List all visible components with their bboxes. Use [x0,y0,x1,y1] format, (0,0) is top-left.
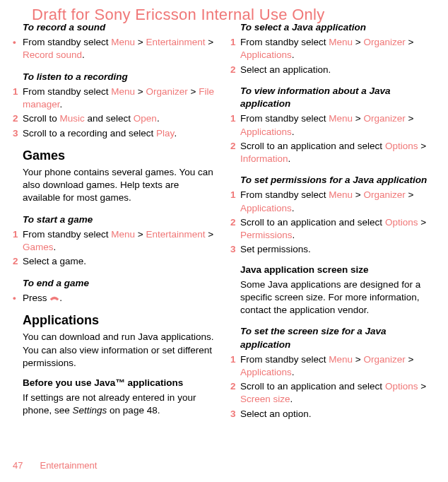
text: > [353,37,363,47]
page-number: 47 [13,460,23,471]
play-link: Play [156,128,174,139]
text: on page 48. [107,405,160,416]
start-step1: 1 From standby select Menu > Entertainme… [13,228,218,254]
options-link: Options [385,217,418,228]
step-text: Scroll to a recording and select Play. [23,127,218,140]
games-link: Games [23,242,54,252]
step-text: From standby select Menu > Organizer > F… [23,86,218,111]
text: Press [23,293,49,303]
step-text: From standby select Menu > Organizer > A… [240,353,435,379]
step-number: 1 [230,353,240,379]
organizer-link: Organizer [363,354,405,365]
text: . [288,153,291,164]
menu-link: Menu [111,86,135,97]
set-screen-size-title: To set the screen size for a Java applic… [230,325,435,351]
text: and select [85,113,134,124]
select-step1: 1 From standby select Menu > Organizer >… [230,36,435,61]
permissions-title: To set permissions for a Java applicatio… [230,174,435,187]
screen-size-link: Screen size [240,394,290,404]
perm-step1: 1 From standby select Menu > Organizer >… [230,189,435,214]
menu-link: Menu [329,37,353,47]
entertainment-link: Entertainment [146,37,205,47]
text: > [406,113,414,124]
step-number: 2 [230,216,240,242]
games-body: Your phone contains several games. You c… [13,166,218,205]
step-number: 2 [13,112,23,125]
step-text: Scroll to an application and select Opti… [240,216,435,242]
applications-link: Applications [240,203,292,213]
text: . [292,203,295,213]
text: From standby select [23,37,111,47]
perm-step3: 3 Set permissions. [230,243,435,256]
open-link: Open [134,113,157,124]
listen-step1: 1 From standby select Menu > Organizer >… [13,86,218,111]
organizer-link: Organizer [363,37,405,47]
start-game-title: To start a game [13,213,218,226]
text: . [60,99,63,110]
step-text: Set permissions. [240,243,435,256]
text: > [353,354,363,365]
listen-title: To listen to a recording [13,71,218,83]
record-sound-link: Record sound [23,49,82,60]
step-text: From standby select Menu > Organizer > A… [240,36,435,61]
page-content: To record a sound • From standby select … [0,0,448,422]
view-step1: 1 From standby select Menu > Organizer >… [230,112,435,138]
applications-link: Applications [240,367,292,377]
text: . [82,49,85,60]
text: . [290,394,293,404]
step-text: Select a game. [23,255,218,268]
text: . [54,242,57,252]
step-number: 2 [230,140,240,165]
step-number: 1 [13,86,23,111]
view-step2: 2 Scroll to an application and select Op… [230,140,435,165]
text: > [418,217,426,228]
entertainment-link: Entertainment [146,229,205,240]
text: > [406,354,414,365]
perm-step2: 2 Scroll to an application and select Op… [230,216,435,242]
menu-link: Menu [111,229,135,240]
text: > [353,189,363,200]
text: > [406,37,414,47]
menu-link: Menu [329,354,353,365]
applications-link: Applications [240,127,292,137]
text: From standby select [240,354,329,365]
settings-ref: Settings [73,405,107,416]
step-text: Scroll to an application and select Opti… [240,380,435,406]
step-number: 1 [230,36,240,61]
right-column: To select a Java application 1 From stan… [230,21,435,422]
step-number: 3 [230,243,240,256]
menu-link: Menu [111,37,135,47]
screen-size-body: Some Java applications are designed for … [230,278,435,317]
text: . [293,230,295,240]
end-game-title: To end a game [13,277,218,290]
music-link: Music [60,113,85,124]
step-text: Scroll to an application and select Opti… [240,140,435,165]
text: Scroll to an application and select [240,381,385,392]
watermark-text: Draft for Sony Ericsson Internal Use Onl… [32,4,325,25]
applications-body: You can download and run Java applicatio… [13,331,218,370]
options-link: Options [385,141,418,151]
text: > [188,86,199,97]
applications-heading: Applications [13,312,218,329]
text: From standby select [240,113,329,124]
text: > [353,113,363,124]
size-step1: 1 From standby select Menu > Organizer >… [230,353,435,379]
size-step2: 2 Scroll to an application and select Op… [230,380,435,406]
applications-link: Applications [240,49,292,60]
organizer-link: Organizer [146,86,187,97]
text: > [406,189,414,200]
end-step: • Press . [13,292,218,305]
step-text: From standby select Menu > Organizer > A… [240,189,435,214]
end-call-icon [49,295,59,302]
text: . [292,127,295,137]
listen-step3: 3 Scroll to a recording and select Play. [13,127,218,140]
text: . [157,113,160,124]
text: From standby select [240,37,329,47]
record-step: • From standby select Menu > Entertainme… [13,36,218,61]
step-text: Scroll to Music and select Open. [23,112,218,125]
step-number: 2 [230,64,240,76]
text: > [206,229,214,240]
text: > [206,37,214,47]
text: From standby select [23,86,111,97]
bullet-icon: • [13,292,23,305]
